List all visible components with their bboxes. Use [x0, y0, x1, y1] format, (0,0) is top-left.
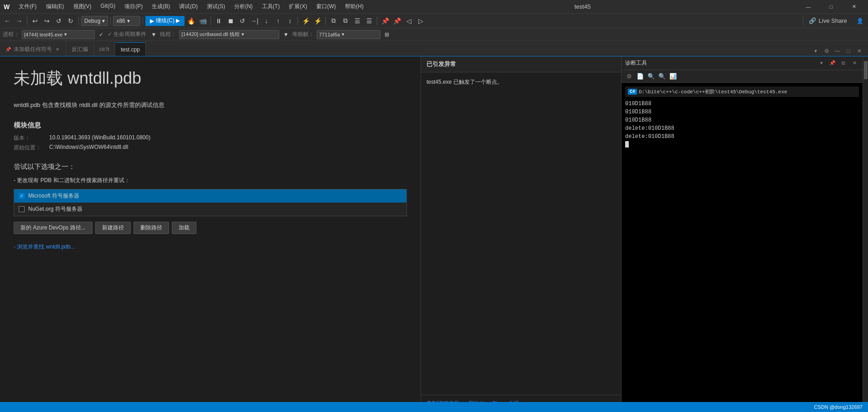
debug-bar: 进程： [4744] test45.exe ▾ ✓ ✓ 生命周期事件 ▼ 线程：… — [0, 28, 868, 41]
menu-item-n[interactable]: 分析(N) — [231, 2, 257, 11]
flame-button[interactable]: 🔥 — [185, 15, 196, 26]
debug-mode-dropdown[interactable]: Debug ▾ — [81, 16, 108, 26]
diag-cs-icon: C# — [628, 89, 637, 95]
maximize-button[interactable]: □ — [821, 0, 842, 14]
tab-close-button[interactable]: ✕ — [854, 46, 864, 56]
diag-path-row: C# D:\bite\c++\c-code\c++初阶\test45\Debug… — [625, 86, 859, 97]
tab-testcpp-label: test.cpp — [121, 46, 140, 53]
redo-arrow-button[interactable]: ↻ — [65, 15, 76, 26]
tab-cirh[interactable]: cir.h — [94, 42, 115, 56]
window3-button[interactable]: ☰ — [352, 15, 363, 26]
menu-item-x[interactable]: 扩展(X) — [285, 2, 311, 11]
account-button[interactable]: 👤 — [853, 15, 866, 27]
stop-button[interactable]: ⏹ — [225, 15, 236, 26]
microsoft-checkbox[interactable]: ✓ — [19, 193, 25, 199]
diagnostic-panel: 诊断工具 ▾ 📌 ⧉ ✕ ⚙ 📄 🔍 🔍 📊 C# D:\bite\c++\c-… — [621, 56, 863, 412]
stack-dropdown[interactable]: 7711af6a ▾ — [317, 30, 380, 39]
menu-item-d[interactable]: 调试(D) — [175, 2, 201, 11]
nuget-checkbox[interactable] — [19, 206, 25, 212]
record-button[interactable]: 📹 — [197, 15, 208, 26]
pdb-description: wntdll.pdb 包含查找模块 ntdll.dll 的源文件所需的调试信息 — [14, 101, 407, 110]
platform-dropdown[interactable]: x86 ▾ — [113, 16, 140, 26]
delete-path-button[interactable]: 删除路径 — [134, 222, 169, 234]
symbol-not-loaded-panel: 未加载 wntdll.pdb wntdll.pdb 包含查找模块 ntdll.d… — [0, 56, 421, 412]
app-title: test45 — [575, 3, 591, 10]
diag-doc-button[interactable]: 📄 — [635, 71, 645, 81]
new-path-button[interactable]: 新建路径 — [95, 222, 131, 234]
thread-filter-button[interactable]: ▼ — [281, 30, 290, 39]
menu-item-w[interactable]: 窗口(W) — [313, 2, 339, 11]
azure-devops-button[interactable]: 新的 Azure DevOps 路径... — [14, 222, 92, 234]
tab-pin-icon: 📌 — [5, 47, 11, 52]
step-into-button[interactable]: ↓ — [261, 15, 272, 26]
tab-bar-right: ▾ ⚙ — □ ✕ — [807, 46, 868, 56]
menu-item-f[interactable]: 文件(F) — [15, 2, 40, 11]
tab-dropdown-button[interactable]: ▾ — [811, 46, 821, 56]
redo-button[interactable]: ↪ — [41, 15, 52, 26]
live-share-button[interactable]: 🔗 Live Share — [803, 15, 853, 26]
diag-close-button[interactable]: ✕ — [850, 59, 859, 68]
menu-item-h[interactable]: 帮助(H) — [341, 2, 367, 11]
process-dropdown[interactable]: [4744] test45.exe ▾ — [22, 30, 95, 39]
load-button[interactable]: 加载 — [172, 222, 196, 234]
nav-next-button[interactable]: ▷ — [415, 15, 426, 26]
filter-button[interactable]: ▼ — [149, 30, 158, 39]
undo-arrow-button[interactable]: ↺ — [53, 15, 64, 26]
diag-pin-button[interactable]: 📌 — [828, 59, 837, 68]
tab-no-symbols-close[interactable]: ✕ — [55, 46, 60, 52]
symbol-item-microsoft[interactable]: ✓ Microsoft 符号服务器 — [14, 189, 406, 203]
diag-chart-button[interactable]: 📊 — [668, 71, 678, 81]
diag-dropdown-button[interactable]: ▾ — [817, 59, 826, 68]
vs-logo: W — [4, 3, 10, 10]
thread-dropdown[interactable]: [14420] ucrtbased.dll 线程 ▾ — [179, 30, 279, 39]
window2-button[interactable]: ⧉ — [340, 15, 351, 26]
tab-no-symbols[interactable]: 📌 未加载任何符号 ✕ — [0, 42, 66, 56]
lifecycle-label: ✓ 生命周期事件 — [108, 31, 146, 38]
stack-expand-button[interactable]: ⊞ — [382, 30, 391, 39]
tab-testcpp[interactable]: test.cpp — [115, 42, 146, 56]
continue-button[interactable]: ▶ 继续(C) ▶ — [145, 16, 185, 26]
lifecycle-checkbox[interactable]: ✓ — [97, 30, 106, 39]
toolbar-sep-4 — [143, 17, 143, 25]
undo-button[interactable]: ↩ — [30, 15, 41, 26]
diag-float-button[interactable]: ⧉ — [839, 59, 848, 68]
nav-prev-button[interactable]: ◁ — [403, 15, 414, 26]
step-back-button[interactable]: ↕ — [284, 15, 295, 26]
diag-zoom-in-button[interactable]: 🔍 — [646, 71, 656, 81]
menu-item-e[interactable]: 编辑(E) — [42, 2, 68, 11]
tab-settings-button[interactable]: ⚙ — [822, 46, 832, 56]
perf-button[interactable]: ⚡ — [300, 15, 311, 26]
menu-item-p[interactable]: 项目(P) — [121, 2, 146, 11]
module-path-row: 原始位置： C:\Windows\SysWOW64\ntdll.dll — [14, 144, 407, 152]
bookmark2-button[interactable]: 📌 — [391, 15, 402, 26]
forward-button[interactable]: → — [14, 15, 25, 26]
diag-zoom-out-button[interactable]: 🔍 — [657, 71, 667, 81]
perf2-button[interactable]: ⚡ — [312, 15, 323, 26]
tab-maximize-button[interactable]: □ — [843, 46, 853, 56]
bookmark1-button[interactable]: 📌 — [380, 15, 390, 26]
step-over-button[interactable]: →| — [249, 15, 260, 26]
title-bar-left: W 文件(F)编辑(E)视图(V)Git(G)项目(P)生成(B)调试(D)测试… — [4, 2, 367, 11]
right-scrollbar[interactable] — [863, 56, 868, 412]
menu-item-t[interactable]: 工具(T) — [258, 2, 283, 11]
menu-item-gitg[interactable]: Git(G) — [97, 2, 119, 11]
close-button[interactable]: ✕ — [843, 0, 864, 14]
pause-button[interactable]: ⏸ — [213, 15, 224, 26]
diagnostic-title: 诊断工具 — [625, 59, 815, 67]
tab-disasm[interactable]: 反汇编 — [66, 42, 94, 56]
action-buttons: 新的 Azure DevOps 路径... 新建路径 删除路径 加载 — [14, 222, 407, 234]
menu-item-v[interactable]: 视图(V) — [70, 2, 95, 11]
diag-settings-button[interactable]: ⚙ — [624, 71, 634, 81]
browse-pdb-link[interactable]: - 浏览并查找 wntdll.pdb... — [14, 244, 75, 250]
step-out-button[interactable]: ↑ — [272, 15, 283, 26]
tab-minimize-button[interactable]: — — [832, 46, 842, 56]
minimize-button[interactable]: — — [798, 0, 819, 14]
symbol-item-nuget[interactable]: NuGet.org 符号服务器 — [14, 203, 406, 216]
back-button[interactable]: ← — [2, 15, 13, 26]
menu-item-b[interactable]: 生成(B) — [148, 2, 174, 11]
window4-button[interactable]: ☰ — [364, 15, 375, 26]
window-controls: — □ ✕ — [798, 0, 864, 14]
menu-item-s[interactable]: 测试(S) — [203, 2, 229, 11]
restart-button[interactable]: ↺ — [237, 15, 248, 26]
window1-button[interactable]: ⧉ — [328, 15, 339, 26]
